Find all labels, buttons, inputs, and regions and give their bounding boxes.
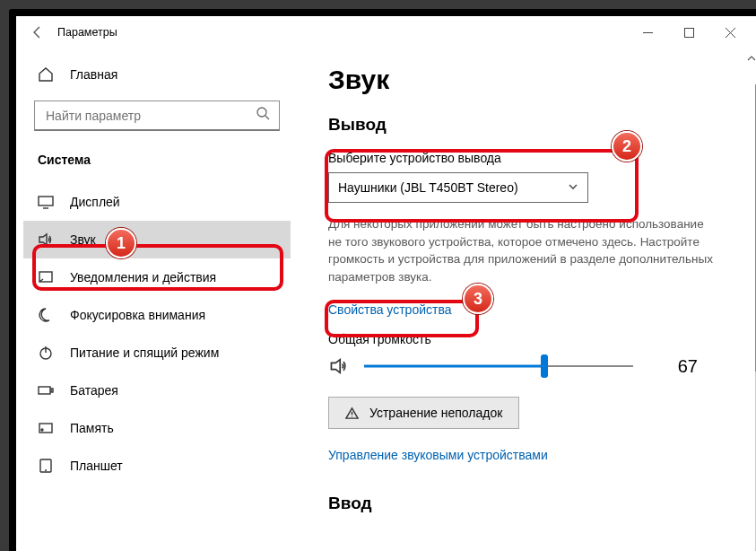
focus-icon xyxy=(38,307,54,323)
notify-icon xyxy=(38,269,54,285)
volume-label: Общая громкость xyxy=(328,332,717,346)
volume-value: 67 xyxy=(647,356,698,377)
home-icon xyxy=(38,66,54,83)
sidebar-home[interactable]: Главная xyxy=(23,56,291,93)
output-label: Выберите устройство вывода xyxy=(328,151,717,165)
minimize-button[interactable] xyxy=(627,18,668,47)
sidebar-item-label: Батарея xyxy=(70,383,118,398)
tablet-icon xyxy=(38,458,54,474)
sidebar-item-sound[interactable]: Звук xyxy=(23,221,291,258)
search-box[interactable] xyxy=(34,101,280,131)
sidebar-item-battery[interactable]: Батарея xyxy=(23,372,291,409)
storage-icon xyxy=(38,420,54,436)
output-description: Для некоторых приложений может быть наст… xyxy=(328,215,717,285)
display-icon xyxy=(38,194,54,210)
svg-rect-2 xyxy=(39,197,53,206)
maximize-button[interactable] xyxy=(668,18,709,47)
svg-rect-5 xyxy=(39,387,50,394)
annotation-badge-3: 3 xyxy=(463,284,493,314)
sidebar-item-notifications[interactable]: Уведомления и действия xyxy=(23,258,291,296)
sidebar-item-storage[interactable]: Память xyxy=(23,409,291,447)
search-input[interactable] xyxy=(44,108,256,124)
close-button[interactable] xyxy=(709,18,751,47)
search-icon xyxy=(256,107,270,124)
sidebar-item-label: Дисплей xyxy=(70,195,120,209)
scroll-up-icon[interactable] xyxy=(745,52,756,65)
sound-icon xyxy=(38,232,54,248)
svg-point-1 xyxy=(257,108,266,117)
sidebar-item-label: Уведомления и действия xyxy=(70,270,216,284)
svg-rect-0 xyxy=(684,28,693,37)
manage-devices-link[interactable]: Управление звуковыми устройствами xyxy=(328,448,548,462)
battery-icon xyxy=(38,382,54,398)
device-properties-link[interactable]: Свойства устройства xyxy=(328,302,452,317)
sidebar-item-label: Фокусировка внимания xyxy=(70,308,205,322)
sidebar-item-display[interactable]: Дисплей xyxy=(23,183,291,221)
title-bar: Параметры xyxy=(16,16,756,48)
volume-slider[interactable] xyxy=(364,355,633,377)
annotation-badge-1: 1 xyxy=(106,228,136,258)
output-heading: Вывод xyxy=(328,115,717,135)
window-title: Параметры xyxy=(57,26,117,39)
back-button[interactable] xyxy=(23,18,52,47)
sidebar-item-label: Питание и спящий режим xyxy=(70,345,219,360)
sidebar-item-power[interactable]: Питание и спящий режим xyxy=(23,334,291,372)
svg-rect-6 xyxy=(51,389,53,392)
output-device-select[interactable]: Наушники (JBL T450BT Stereo) xyxy=(328,172,588,203)
troubleshoot-label: Устранение неполадок xyxy=(369,406,502,420)
output-device-value: Наушники (JBL T450BT Stereo) xyxy=(338,180,518,195)
page-title: Звук xyxy=(328,65,717,95)
sidebar-home-label: Главная xyxy=(70,67,117,82)
sidebar-item-label: Планшет xyxy=(70,459,123,473)
troubleshoot-button[interactable]: Устранение неполадок xyxy=(328,397,519,429)
sidebar-item-focus[interactable]: Фокусировка внимания xyxy=(23,296,291,334)
svg-rect-7 xyxy=(39,424,52,433)
svg-point-8 xyxy=(41,429,43,431)
input-heading: Ввод xyxy=(328,494,717,513)
chevron-down-icon xyxy=(568,180,578,195)
sidebar-group-title: Система xyxy=(23,153,291,167)
content-area: Звук Вывод Выберите устройство вывода На… xyxy=(294,48,756,551)
annotation-badge-2: 2 xyxy=(612,131,642,162)
sidebar-item-tablet[interactable]: Планшет xyxy=(23,447,291,485)
sidebar-item-label: Звук xyxy=(70,232,96,247)
volume-icon[interactable] xyxy=(328,355,350,377)
sidebar: Главная Система Дисплей Звук xyxy=(16,48,294,551)
power-icon xyxy=(38,345,54,361)
scrollbar[interactable] xyxy=(745,48,756,551)
sidebar-item-label: Память xyxy=(70,421,114,435)
